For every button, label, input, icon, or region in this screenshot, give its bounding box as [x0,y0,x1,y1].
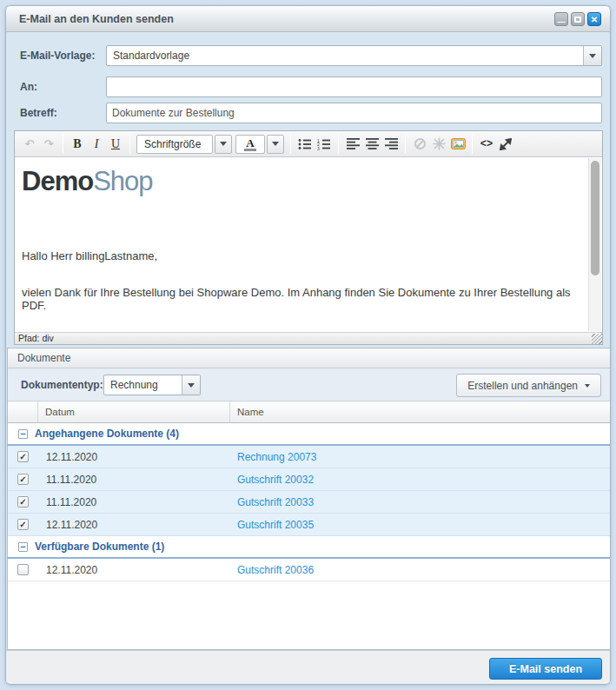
editor-scrollbar[interactable] [588,158,601,331]
document-link[interactable]: Gutschrift 20033 [237,496,314,508]
bullet-list-icon[interactable] [295,135,315,154]
toolbar-separator [405,135,406,154]
window-title: E-Mail an den Kunden senden [6,13,174,25]
email-template-value[interactable]: Standardvorlage [106,45,602,66]
dialog-footer: E-Mail senden [6,650,610,684]
font-color-icon: A [244,137,255,151]
row-date: 12.11.2020 [38,451,230,463]
minimize-icon[interactable]: — [554,12,568,26]
row-checkbox[interactable]: ✓ [17,496,29,508]
chevron-down-icon [589,54,596,58]
email-body-editor: ↶ ↷ B I U Schriftgröße A 123 [14,130,603,345]
toolbar-separator [290,135,291,154]
table-row[interactable]: ✓ 12.11.2020 Rechnung 20073 [8,446,610,468]
chevron-down-icon [585,384,590,388]
table-row[interactable]: ✓ 11.11.2020 Gutschrift 20032 [8,468,610,491]
table-row[interactable]: ✓ 12.11.2020 Gutschrift 20035 [8,514,610,536]
titlebar[interactable]: E-Mail an den Kunden senden — ✕ [6,6,610,32]
grid-body: − Angehangene Dokumente (4) ✓ 12.11.2020… [8,423,610,649]
italic-icon[interactable]: I [87,135,106,154]
table-row[interactable]: ✓ 11.11.2020 Gutschrift 20033 [8,491,610,514]
numbered-list-icon[interactable]: 123 [315,135,334,154]
subject-input[interactable] [106,103,602,123]
align-right-icon[interactable] [381,135,401,154]
email-dialog-window: E-Mail an den Kunden senden — ✕ E-Mail-V… [5,5,611,685]
chevron-down-icon [188,383,195,388]
align-left-icon[interactable] [343,135,362,154]
document-link[interactable]: Rechnung 20073 [237,451,316,463]
row-checkbox[interactable]: ✓ [17,451,29,462]
table-row[interactable]: 12.11.2020 Gutschrift 20036 [8,559,610,581]
row-checkbox[interactable]: ✓ [17,519,29,530]
toolbar-separator [63,135,63,154]
toolbar-separator [129,135,130,154]
editor-content[interactable]: DemoShop Hallo Herr billingLastname, vie… [15,157,602,332]
font-size-dropdown-button[interactable] [215,135,232,154]
font-size-value[interactable]: Schriftgröße [136,135,213,154]
svg-text:3: 3 [317,146,320,150]
column-header-checkbox[interactable] [8,401,38,422]
row-checkbox[interactable]: ✓ [17,474,29,485]
maximize-icon[interactable] [571,12,585,26]
insert-media-icon[interactable] [448,135,467,154]
close-icon[interactable]: ✕ [587,12,601,26]
align-center-icon[interactable] [362,135,381,154]
subject-label: Betreff: [20,107,57,119]
email-template-dropdown-button[interactable] [583,46,601,65]
documents-toolbar: Dokumententyp: Rechnung Erstellen und an… [8,368,610,401]
font-color-dropdown-button[interactable] [267,135,284,154]
document-type-label: Dokumententyp: [21,379,103,391]
chevron-down-icon [272,142,279,146]
editor-statusbar: Pfad: div [15,332,602,344]
row-date: 11.11.2020 [38,496,230,508]
font-color-button[interactable]: A [235,135,265,154]
toolbar-separator [472,135,473,154]
font-color-combobox[interactable]: A [235,135,284,154]
document-link[interactable]: Gutschrift 20036 [237,564,314,576]
collapse-icon[interactable]: − [18,429,28,439]
row-checkbox[interactable] [17,564,29,575]
documents-panel: Dokumente Dokumententyp: Rechnung Erstel… [7,348,611,650]
underline-icon[interactable]: U [106,135,125,154]
undo-icon[interactable]: ↶ [20,135,39,154]
scrollbar-thumb[interactable] [591,161,599,275]
documents-panel-title: Dokumente [8,348,610,368]
redo-icon[interactable]: ↷ [39,135,58,154]
fullscreen-icon[interactable] [496,135,515,154]
font-size-combobox[interactable]: Schriftgröße [136,135,232,154]
create-and-attach-button[interactable]: Erstellen und anhängen [456,374,601,397]
row-date: 12.11.2020 [38,519,230,531]
email-template-label: E-Mail-Vorlage: [20,50,95,62]
group-header-attached[interactable]: − Angehangene Dokumente (4) [8,423,610,446]
row-date: 11.11.2020 [38,474,230,486]
remove-link-icon[interactable] [429,135,448,154]
row-date: 12.11.2020 [38,564,230,576]
grid-header: Datum Name [8,401,610,423]
editor-toolbar: ↶ ↷ B I U Schriftgröße A 123 [15,131,602,157]
insert-link-icon[interactable] [410,135,429,154]
document-type-dropdown-button[interactable] [182,375,200,395]
chevron-down-icon [220,142,227,146]
to-input[interactable] [106,76,602,97]
group-header-available[interactable]: − Verfügbare Dokumente (1) [8,536,610,559]
column-header-datum[interactable]: Datum [38,401,230,422]
document-link[interactable]: Gutschrift 20032 [237,474,314,486]
bold-icon[interactable]: B [68,135,87,154]
document-type-combobox[interactable]: Rechnung [103,375,201,395]
source-code-icon[interactable]: <> [477,135,496,154]
toolbar-separator [338,135,339,154]
collapse-icon[interactable]: − [18,542,28,552]
column-header-name[interactable]: Name [230,401,610,422]
email-template-combobox[interactable]: Standardvorlage [106,45,602,66]
to-label: An: [20,81,37,93]
body-paragraph: vielen Dank für Ihre Bestellung bei Shop… [22,286,583,312]
greeting-text: Hallo Herr billingLastname, [22,249,583,262]
send-email-button[interactable]: E-Mail senden [489,658,602,680]
demoshop-logo: DemoShop [22,166,583,197]
document-link[interactable]: Gutschrift 20035 [237,519,314,531]
resize-grip[interactable] [592,334,602,344]
